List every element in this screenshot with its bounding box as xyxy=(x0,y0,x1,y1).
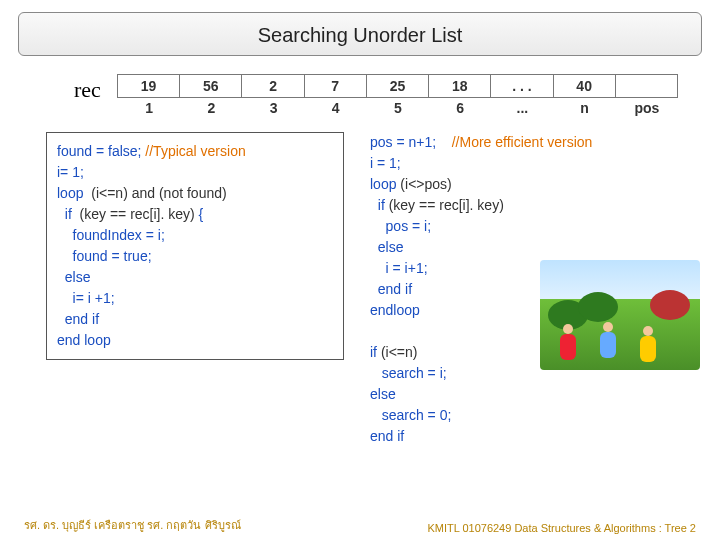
array-cell: . . . xyxy=(490,74,553,98)
array-cell: 25 xyxy=(366,74,429,98)
array-index: 2 xyxy=(180,98,242,116)
array-indices-row: 1 2 3 4 5 6 ... n pos xyxy=(118,98,678,116)
code-comment: //More efficient version xyxy=(436,134,592,150)
code-text: (key == rec[i]. key) xyxy=(80,206,195,222)
array-cell: 19 xyxy=(117,74,180,98)
code-text: found = true; xyxy=(57,248,152,264)
array-cell: 18 xyxy=(428,74,491,98)
array-index: 4 xyxy=(305,98,367,116)
array-cell-sentinel xyxy=(615,74,678,98)
code-text: search = i; xyxy=(370,365,447,381)
array-index: 5 xyxy=(367,98,429,116)
code-text: pos = n+1; xyxy=(370,134,436,150)
array-index: 6 xyxy=(429,98,491,116)
code-text: search = 0; xyxy=(370,407,451,423)
code-text: found = false; xyxy=(57,143,141,159)
code-text: i = 1; xyxy=(370,155,401,171)
code-text: loop xyxy=(57,185,91,201)
code-text: else xyxy=(370,386,396,402)
array-grid: 19 56 2 7 25 18 . . . 40 1 2 3 4 5 6 ...… xyxy=(118,74,678,116)
pseudocode-typical: found = false; //Typical version i= 1; l… xyxy=(46,132,344,360)
array-index: pos xyxy=(616,98,678,116)
footer-authors: รศ. ดร. บุญธีร์ เครือตราชู รศ. กฤตวัน ศิ… xyxy=(24,516,241,534)
code-text: i = i+1; xyxy=(370,260,428,276)
code-text: (i<=n) xyxy=(381,344,418,360)
code-text: end if xyxy=(57,311,99,327)
code-text: end if xyxy=(370,428,404,444)
code-text: pos = i; xyxy=(370,218,431,234)
illustration-children-garden xyxy=(540,260,700,370)
code-text: foundIndex = i; xyxy=(57,227,165,243)
code-text: if xyxy=(370,344,381,360)
array-cell: 40 xyxy=(553,74,616,98)
array-cell: 56 xyxy=(179,74,242,98)
code-text: (i<=n) and (not found) xyxy=(91,185,226,201)
array-index: 3 xyxy=(242,98,304,116)
code-text: if xyxy=(57,206,80,222)
array-cell: 7 xyxy=(304,74,367,98)
code-text: if xyxy=(370,197,389,213)
array-index: ... xyxy=(491,98,553,116)
slide-title: Searching Unorder List xyxy=(18,12,702,56)
code-text: else xyxy=(57,269,90,285)
code-text: else xyxy=(370,239,403,255)
array-label: rec xyxy=(74,77,101,103)
code-text: loop xyxy=(370,176,400,192)
code-text: i= 1; xyxy=(57,164,84,180)
code-text: i= i +1; xyxy=(57,290,115,306)
code-text: { xyxy=(195,206,204,222)
code-text: end loop xyxy=(57,332,111,348)
code-text: endloop xyxy=(370,302,420,318)
array-cell: 2 xyxy=(241,74,304,98)
array-index: n xyxy=(554,98,616,116)
array-values-row: 19 56 2 7 25 18 . . . 40 xyxy=(118,74,678,98)
code-text: (key == rec[i]. key) xyxy=(389,197,504,213)
code-text: end if xyxy=(370,281,412,297)
footer-course: KMITL 01076249 Data Structures & Algorit… xyxy=(427,522,696,534)
code-comment: //Typical version xyxy=(141,143,245,159)
array-index: 1 xyxy=(118,98,180,116)
code-text: (i<>pos) xyxy=(400,176,451,192)
